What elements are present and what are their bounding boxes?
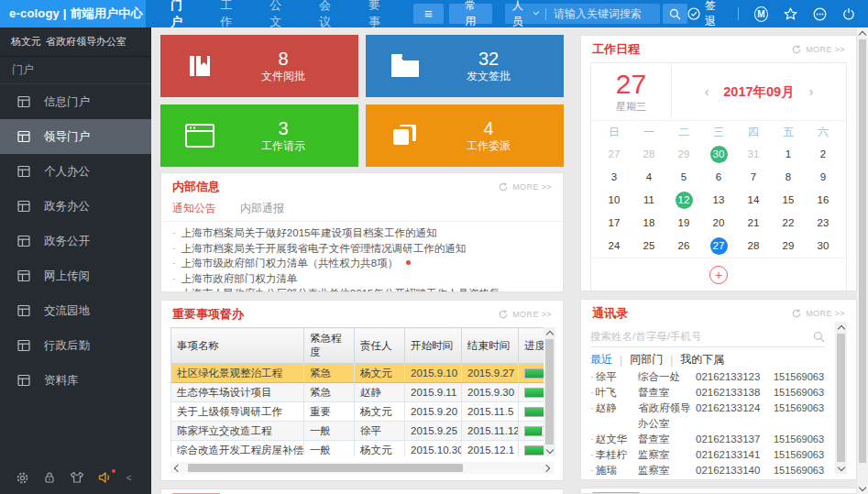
- calendar-day[interactable]: 18: [632, 212, 666, 235]
- table-vertical-scrollbar[interactable]: [544, 327, 555, 456]
- col-header[interactable]: 开始时间: [405, 328, 462, 364]
- contact-row[interactable]: 徐平 综合一处 02162133123 15156906311: [590, 369, 825, 385]
- calendar-day[interactable]: 31: [736, 143, 771, 166]
- card-file-review[interactable]: 8 文件阅批: [160, 35, 358, 97]
- gear-icon[interactable]: [16, 471, 29, 485]
- nav-item[interactable]: 工作: [206, 0, 256, 27]
- table-row[interactable]: 关于上级领导调研工作 重要 杨文元 2015.9.20 2015.11.5: [171, 402, 544, 422]
- m-badge-icon[interactable]: M: [754, 6, 768, 22]
- calendar-day[interactable]: 8: [771, 166, 806, 189]
- card-work-delegate[interactable]: 4 工作委派: [366, 104, 564, 167]
- calendar-day[interactable]: 27: [597, 143, 632, 166]
- calendar-day[interactable]: 30: [701, 143, 736, 166]
- notice-item[interactable]: 上海市档案局关于做好2015年建设项目档案工作的通知: [172, 225, 552, 241]
- calendar-day[interactable]: 13: [701, 189, 736, 212]
- page-scrollbar[interactable]: [857, 27, 868, 494]
- more-link[interactable]: MORE >>: [499, 310, 552, 319]
- notice-item[interactable]: 上海市政府部门权力清单: [172, 271, 552, 287]
- card-dispatch-sign[interactable]: 32 发文签批: [366, 35, 564, 97]
- card-work-request[interactable]: 3 工作请示: [160, 104, 358, 167]
- table-horizontal-scrollbar[interactable]: [170, 462, 554, 474]
- nav-item[interactable]: 会议: [305, 0, 355, 27]
- power-icon[interactable]: [842, 7, 855, 20]
- calendar-day[interactable]: 21: [736, 212, 771, 235]
- table-row[interactable]: 综合改造开发工程房屋补偿方案 一般 杨文元 2015.10.30 2015.12…: [171, 441, 544, 457]
- sidebar-item[interactable]: 资料库: [0, 363, 151, 398]
- scrollbar-thumb[interactable]: [545, 339, 554, 445]
- scroll-down-arrow[interactable]: [835, 463, 847, 474]
- calendar-day[interactable]: 12: [666, 189, 701, 212]
- contact-tab[interactable]: 我的下属: [680, 352, 724, 368]
- calendar-day[interactable]: 17: [597, 212, 632, 235]
- calendar-day[interactable]: 1: [771, 143, 806, 166]
- sidebar-item[interactable]: 信息门户: [0, 84, 151, 119]
- notice-item[interactable]: 上海市级政府部门权力清单（共性权力共8项）: [172, 256, 552, 271]
- search-button[interactable]: [663, 4, 687, 24]
- calendar-day[interactable]: 29: [666, 143, 701, 166]
- contact-row[interactable]: 叶飞 督查室 02162133138 15156906311: [590, 385, 825, 401]
- sidebar-item[interactable]: 个人办公: [0, 154, 151, 189]
- contact-row[interactable]: 李桂柠 监察室 02162133141 15156906311: [590, 447, 825, 463]
- more-link[interactable]: MORE >>: [792, 309, 845, 318]
- sidebar-item[interactable]: 交流园地: [0, 293, 151, 328]
- calendar-day[interactable]: 10: [597, 189, 632, 212]
- calendar-day[interactable]: 27: [701, 235, 736, 258]
- lock-icon[interactable]: [43, 471, 56, 484]
- scroll-right-arrow[interactable]: [542, 463, 554, 474]
- scroll-up-arrow[interactable]: [835, 322, 847, 333]
- scroll-down-arrow[interactable]: [857, 483, 868, 494]
- col-header[interactable]: 责任人: [355, 328, 405, 364]
- more-link[interactable]: MORE >>: [499, 182, 552, 192]
- calendar-day[interactable]: 11: [632, 189, 666, 212]
- contact-tab[interactable]: 同部门: [630, 352, 663, 368]
- next-month-arrow[interactable]: [809, 84, 814, 99]
- scroll-left-arrow[interactable]: [170, 463, 182, 474]
- search-icon[interactable]: [813, 331, 825, 343]
- theme-shirt-icon[interactable]: [70, 471, 84, 484]
- calendar-day[interactable]: 20: [701, 212, 736, 235]
- prev-month-arrow[interactable]: [705, 84, 709, 99]
- contact-tab[interactable]: 最近: [590, 352, 612, 368]
- search-input[interactable]: [554, 7, 653, 20]
- sidebar-item[interactable]: 网上传阅: [0, 258, 151, 293]
- current-user[interactable]: 杨文元 省政府领导办公室: [0, 27, 151, 57]
- calendar-day[interactable]: 2: [806, 143, 841, 166]
- col-header[interactable]: 结束时间: [462, 328, 519, 364]
- menu-toggle-button[interactable]: [413, 4, 444, 24]
- nav-item[interactable]: 公文: [256, 0, 305, 27]
- contact-row[interactable]: 赵静 省政府领导办公室 02162133124 15156906311: [590, 401, 825, 432]
- calendar-day[interactable]: 15: [771, 189, 806, 212]
- contact-row[interactable]: 赵文华 督查室 02162133137 15156906311: [590, 432, 825, 447]
- nav-item[interactable]: 要事: [355, 0, 404, 27]
- calendar-day[interactable]: 22: [771, 212, 806, 235]
- notice-item[interactable]: 上海市档案局关于开展我省电子文件管理情况调研工作的通知: [172, 241, 552, 257]
- signout-button[interactable]: 签退: [687, 0, 722, 29]
- search-category[interactable]: 人员: [512, 0, 530, 29]
- announcement-speaker-icon[interactable]: [98, 471, 113, 484]
- table-row[interactable]: 陈家坪立交改造工程 一般 徐平 2015.9.25 2015.11.12: [171, 422, 544, 441]
- sidebar-item[interactable]: 政务公开: [0, 224, 151, 258]
- contact-row[interactable]: 施瑞 监察室 02162133140 15156906311: [590, 463, 825, 478]
- col-header[interactable]: 进度: [519, 328, 544, 364]
- calendar-day[interactable]: 23: [806, 212, 841, 235]
- calendar-day[interactable]: 3: [597, 166, 632, 189]
- scrollbar-thumb[interactable]: [188, 464, 463, 472]
- more-link[interactable]: MORE >>: [792, 45, 845, 54]
- calendar-day[interactable]: 30: [806, 235, 841, 258]
- calendar-day[interactable]: 16: [806, 189, 841, 212]
- calendar-day[interactable]: 14: [736, 189, 771, 212]
- scrollbar-thumb[interactable]: [837, 334, 845, 462]
- calendar-day[interactable]: 19: [666, 212, 701, 235]
- table-row[interactable]: 生态停车场设计项目 紧急 赵静 2015.9.11 2015.9.30: [171, 383, 544, 402]
- contacts-scrollbar[interactable]: [835, 322, 847, 474]
- calendar-day[interactable]: 26: [666, 235, 701, 258]
- calendar-day[interactable]: 9: [806, 166, 841, 189]
- calendar-day[interactable]: 5: [666, 166, 701, 189]
- info-tab[interactable]: 内部通报: [240, 201, 284, 221]
- sidebar-item[interactable]: 领导门户: [0, 119, 151, 154]
- add-schedule-button[interactable]: [709, 266, 728, 284]
- calendar-day[interactable]: 28: [736, 235, 771, 258]
- calendar-day[interactable]: 24: [597, 235, 632, 258]
- frequent-button[interactable]: 常用: [449, 4, 492, 24]
- info-tab[interactable]: 通知公告: [172, 201, 216, 221]
